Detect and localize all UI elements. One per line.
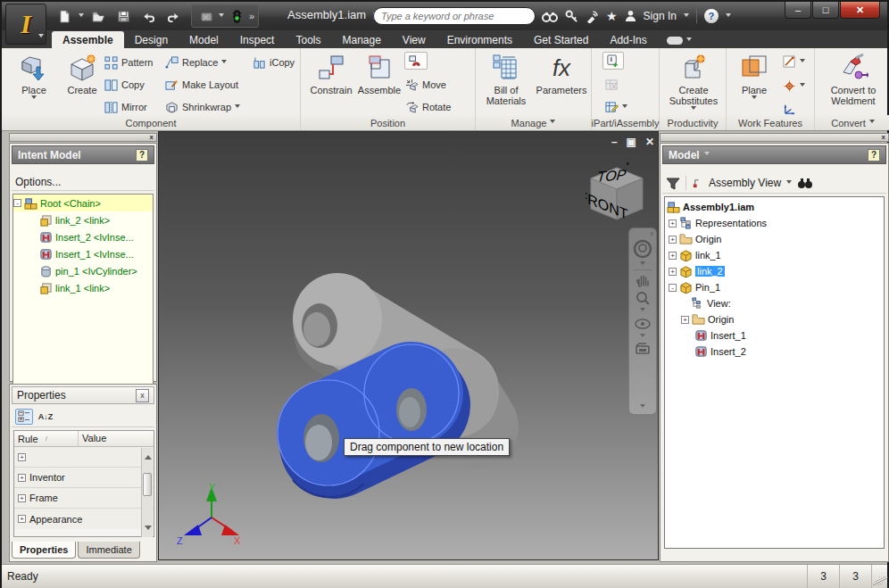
expand-icon[interactable]: +	[18, 494, 26, 502]
cloud-services-tab[interactable]	[658, 37, 701, 48]
pan-hand-icon[interactable]	[635, 272, 651, 288]
pattern-button[interactable]: Pattern	[102, 54, 155, 71]
tab-inspect[interactable]: Inspect	[229, 31, 286, 48]
tree-row-pin1[interactable]: - Pin_1	[665, 279, 884, 295]
tab-properties[interactable]: Properties	[12, 542, 76, 559]
tree-row-link1[interactable]: + link_1	[665, 247, 884, 263]
tree-row-insert2[interactable]: Insert_2 <IvInse...	[13, 228, 153, 245]
panel-label-position[interactable]: Position	[301, 115, 475, 130]
intent-model-header[interactable]: Intent Model ?	[12, 145, 154, 164]
close-button[interactable]: ✕	[840, 2, 880, 19]
properties-grid-header[interactable]: Rule/ Value	[14, 431, 154, 447]
convert-to-weldment-button[interactable]: Convert to Weldment	[827, 51, 879, 113]
panel-label-productivity[interactable]: Productivity	[660, 115, 726, 130]
iassembly-create-button[interactable]: i	[602, 52, 624, 70]
expand-icon[interactable]: +	[669, 252, 677, 260]
tab-environments[interactable]: Environments	[436, 31, 523, 48]
search-binoculars-icon[interactable]	[542, 10, 558, 22]
save-button[interactable]	[112, 6, 134, 26]
tree-row-assembly-root[interactable]: Assembly1.iam	[665, 199, 884, 215]
replace-button[interactable]: Replace	[162, 54, 229, 71]
blue-link-selected[interactable]	[278, 344, 459, 497]
intent-panel-close-icon[interactable]: x	[150, 134, 154, 141]
panel-label-work-features[interactable]: Work Features	[727, 115, 814, 130]
material-appearance-button[interactable]	[226, 6, 247, 26]
search-input[interactable]	[373, 7, 536, 25]
panel-label-ipart[interactable]: iPart/iAssembly	[592, 115, 659, 130]
property-group-row[interactable]: +	[14, 447, 154, 468]
update-button[interactable]	[195, 6, 217, 26]
model-panel-close-icon[interactable]: x	[882, 134, 885, 141]
tab-view[interactable]: View	[392, 31, 436, 48]
expand-icon[interactable]: +	[669, 219, 677, 228]
tree-row-link1[interactable]: link_1 <link>	[13, 279, 153, 296]
maximize-button[interactable]: □	[812, 2, 839, 19]
plane-button[interactable]: Plane	[732, 51, 777, 113]
scroll-up-icon[interactable]	[145, 451, 152, 460]
view-mode-dropdown-icon[interactable]	[786, 180, 792, 186]
tab-model[interactable]: Model	[179, 31, 229, 48]
scroll-down-icon[interactable]	[145, 526, 152, 534]
update-dropdown-icon[interactable]	[219, 13, 224, 20]
parameters-button[interactable]: fx Parameters	[535, 51, 588, 113]
intent-options-button[interactable]: Options...	[12, 173, 154, 191]
navbar-close-icon[interactable]: x	[651, 230, 654, 236]
bill-of-materials-button[interactable]: Bill of Materials	[479, 51, 533, 113]
property-group-inventor[interactable]: +Inventor	[14, 468, 154, 488]
help-button[interactable]: ?	[704, 9, 719, 23]
navbar-more-dropdown-icon[interactable]	[640, 404, 645, 410]
intent-panel-grab-bar[interactable]: x	[9, 133, 157, 142]
properties-close-button[interactable]: x	[136, 389, 149, 402]
shrinkwrap-button[interactable]: Shrinkwrap	[162, 98, 243, 116]
property-group-frame[interactable]: +Frame	[14, 488, 154, 509]
tree-row-link2-selected[interactable]: + link_2	[665, 263, 884, 279]
browser-view-mode[interactable]: Assembly View	[709, 177, 781, 189]
tree-row-pin-origin[interactable]: + Origin	[665, 311, 884, 327]
properties-header[interactable]: Properties x	[12, 386, 154, 404]
work-axis-button[interactable]	[780, 53, 810, 70]
new-file-dropdown-icon[interactable]	[79, 13, 84, 20]
copy-button[interactable]: Copy	[102, 76, 147, 94]
property-group-appearance[interactable]: +Appearance	[14, 509, 154, 529]
find-binoculars-icon[interactable]	[797, 177, 813, 189]
tab-design[interactable]: Design	[124, 31, 179, 48]
create-substitutes-button[interactable]: Create Substitutes	[666, 51, 721, 113]
tree-row-insert1[interactable]: Insert_1	[665, 327, 884, 344]
collapse-icon[interactable]: -	[669, 284, 677, 292]
sign-in-dropdown-icon[interactable]	[684, 13, 689, 20]
tree-row-pin1[interactable]: pin_1 <IvCylinder>	[13, 262, 153, 279]
filter-funnel-icon[interactable]	[666, 177, 680, 190]
model-help-button[interactable]: ?	[868, 149, 880, 161]
make-layout-button[interactable]: Make Layout	[162, 76, 241, 94]
tab-get-started[interactable]: Get Started	[523, 31, 599, 48]
panel-label-manage[interactable]: Manage	[476, 115, 591, 130]
panel-label-component[interactable]: Component	[2, 115, 300, 130]
look-at-icon[interactable]	[634, 342, 652, 356]
tree-row-origin[interactable]: + Origin	[665, 231, 884, 247]
zoom-icon[interactable]	[635, 290, 651, 306]
tab-manage[interactable]: Manage	[331, 31, 391, 48]
move-button[interactable]: Move	[403, 76, 449, 94]
tab-tools[interactable]: Tools	[285, 31, 331, 48]
orbit-icon[interactable]	[634, 316, 652, 332]
tab-add-ins[interactable]: Add-Ins	[599, 31, 657, 48]
subscription-key-icon[interactable]	[565, 10, 578, 23]
redo-button[interactable]	[162, 6, 184, 26]
work-point-button[interactable]	[780, 77, 810, 95]
open-button[interactable]	[87, 6, 109, 26]
expand-icon[interactable]: +	[18, 515, 26, 523]
panel-label-convert[interactable]: Convert	[815, 115, 889, 130]
qat-expand-icon[interactable]: »	[249, 11, 254, 21]
assemble-button[interactable]: Assemble	[354, 51, 404, 113]
constrain-button[interactable]: Constrain	[306, 51, 356, 113]
expand-icon[interactable]: +	[669, 268, 677, 276]
application-menu-button[interactable]: I	[5, 4, 46, 45]
joint-button[interactable]	[404, 52, 428, 70]
model-panel-grab-bar[interactable]: x	[660, 133, 889, 142]
tab-immediate[interactable]: Immediate	[78, 542, 139, 559]
expand-icon[interactable]: +	[681, 316, 689, 324]
rotate-button[interactable]: Rotate	[403, 98, 453, 116]
communication-center-icon[interactable]	[586, 10, 599, 23]
wheel-dropdown-icon[interactable]	[640, 261, 645, 268]
scrollbar-thumb[interactable]	[143, 473, 152, 496]
